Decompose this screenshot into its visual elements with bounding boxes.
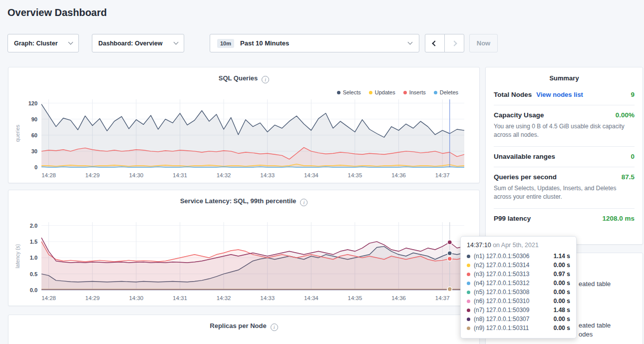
chevron-right-icon (451, 40, 457, 46)
tooltip-timestamp: 14:37:10 on Apr 5th, 2021 (467, 242, 570, 249)
svg-text:14:32: 14:32 (217, 172, 231, 178)
sql-queries-title: SQL Queriesi (8, 67, 479, 83)
tooltip-row: (n1) 127.0.0.1:503061.14 s (467, 252, 570, 261)
dashboard-dropdown[interactable]: Dashboard: Overview (92, 34, 184, 52)
svg-text:14:29: 14:29 (85, 172, 100, 178)
p99-latency-value: 1208.0 ms (602, 215, 635, 222)
svg-text:0: 0 (34, 164, 37, 170)
svg-text:14:30: 14:30 (129, 295, 143, 301)
node-color-dot-icon (467, 327, 470, 330)
tooltip-node-value: 0.00 s (554, 325, 570, 332)
event-text-fragment: odes (579, 331, 593, 338)
svg-text:14:37: 14:37 (435, 295, 450, 301)
info-icon[interactable]: i (262, 76, 269, 83)
summary-capacity-usage: Capacity Usage 0.00% You are using 0 B o… (494, 105, 635, 147)
replicas-per-node-title: Replicas per Nodei (8, 315, 479, 331)
event-text-fragment: eated table (579, 322, 611, 329)
svg-text:14:35: 14:35 (348, 172, 362, 178)
node-color-dot-icon (467, 309, 470, 312)
service-latency-chart[interactable]: 0.00.51.01.52.014:2814:2914:3014:3114:32… (12, 217, 476, 303)
tooltip-row: (n3) 127.0.0.1:503130.97 s (467, 270, 570, 279)
tooltip-node-value: 0.00 s (554, 316, 570, 323)
capacity-usage-value: 0.00% (616, 111, 635, 119)
svg-text:30: 30 (31, 148, 37, 154)
time-next-button[interactable] (444, 34, 464, 52)
sql-queries-chart[interactable]: 030609012014:2814:2914:3014:3114:3214:33… (12, 94, 476, 180)
summary-p99-latency: P99 latency 1208.0 ms (494, 209, 635, 229)
tooltip-node-label: (n7) 127.0.0.1:50309 (474, 307, 529, 314)
tooltip-row: (n7) 127.0.0.1:503091.48 s (467, 306, 570, 315)
service-latency-panel: Service Latency: SQL, 99th percentilei 0… (8, 190, 480, 306)
p99-latency-label: P99 latency (494, 215, 531, 222)
svg-text:14:31: 14:31 (173, 295, 187, 301)
tooltip-node-label: (n8) 127.0.0.1:50307 (474, 316, 529, 323)
node-color-dot-icon (467, 273, 470, 276)
legend-dot-icon (369, 91, 372, 94)
qps-description: Sum of Selects, Updates, Inserts, and De… (494, 184, 635, 202)
node-color-dot-icon (467, 264, 470, 267)
graph-dropdown[interactable]: Graph: Cluster (7, 34, 79, 52)
svg-text:0.0: 0.0 (30, 287, 37, 293)
tooltip-node-label: (n9) 127.0.0.1:50311 (474, 325, 529, 332)
node-color-dot-icon (467, 300, 470, 303)
svg-text:2.0: 2.0 (30, 223, 37, 229)
svg-text:14:29: 14:29 (85, 295, 100, 301)
summary-title: Summary (494, 67, 635, 85)
tooltip-node-value: 0.00 s (554, 289, 570, 296)
time-prev-button[interactable] (425, 34, 445, 52)
svg-text:14:37: 14:37 (435, 172, 450, 178)
service-latency-title: Service Latency: SQL, 99th percentilei (8, 190, 479, 206)
svg-text:14:28: 14:28 (41, 295, 56, 301)
legend-dot-icon (403, 91, 407, 94)
svg-text:14:28: 14:28 (41, 172, 56, 178)
svg-text:14:36: 14:36 (391, 172, 406, 178)
dashboard-dropdown-label: Dashboard: Overview (98, 40, 163, 47)
chevron-down-icon (408, 40, 413, 45)
summary-total-nodes: Total Nodes View nodes list 9 (494, 85, 635, 105)
svg-text:14:36: 14:36 (391, 295, 406, 301)
svg-text:90: 90 (31, 116, 37, 122)
chevron-down-icon (68, 40, 73, 45)
tooltip-node-label: (n5) 127.0.0.1:50308 (474, 289, 529, 296)
tooltip-node-value: 1.48 s (554, 307, 570, 314)
info-icon[interactable]: i (300, 199, 308, 206)
tooltip-node-value: 0.00 s (554, 298, 570, 305)
replicas-per-node-panel: Replicas per Nodei (8, 315, 480, 344)
chart-hover-tooltip: 14:37:10 on Apr 5th, 2021 (n1) 127.0.0.1… (460, 236, 577, 339)
svg-text:14:30: 14:30 (129, 172, 143, 178)
event-text-fragment: eated table (579, 280, 611, 288)
time-range-selector[interactable]: 10m Past 10 Minutes (210, 34, 419, 52)
view-nodes-list-link[interactable]: View nodes list (536, 91, 583, 98)
chart-title-text: Replicas per Node (210, 322, 266, 330)
capacity-usage-label: Capacity Usage (494, 111, 544, 119)
summary-panel: Summary Total Nodes View nodes list 9 Ca… (485, 67, 643, 245)
svg-text:1.5: 1.5 (30, 239, 37, 245)
overview-dashboard-page: Overview Dashboard Graph: Cluster Dashbo… (0, 0, 644, 344)
svg-text:14:32: 14:32 (217, 295, 231, 301)
tooltip-row: (n4) 127.0.0.1:503120.00 s (467, 279, 570, 288)
svg-text:14:33: 14:33 (260, 295, 275, 301)
page-title: Overview Dashboard (7, 7, 107, 18)
svg-text:0.5: 0.5 (30, 271, 37, 277)
now-button-label: Now (477, 39, 490, 47)
svg-text:14:33: 14:33 (260, 172, 275, 178)
unavailable-ranges-label: Unavailable ranges (494, 153, 555, 160)
capacity-usage-description: You are using 0 B of 4.5 GiB usable disk… (494, 122, 635, 140)
tooltip-node-value: 0.00 s (554, 280, 570, 287)
svg-text:14:35: 14:35 (348, 295, 362, 301)
tooltip-node-value: 1.14 s (554, 253, 570, 260)
qps-value: 87.5 (622, 173, 635, 181)
tooltip-node-label: (n6) 127.0.0.1:50310 (474, 298, 529, 305)
tooltip-node-label: (n1) 127.0.0.1:50306 (474, 253, 529, 260)
node-color-dot-icon (467, 318, 470, 321)
tooltip-date: on Apr 5th, 2021 (491, 242, 539, 249)
legend-dot-icon (337, 91, 340, 94)
tooltip-node-value: 0.97 s (554, 271, 570, 278)
tooltip-node-label: (n3) 127.0.0.1:50313 (474, 271, 529, 278)
now-button[interactable]: Now (469, 34, 498, 52)
node-color-dot-icon (467, 291, 470, 294)
node-color-dot-icon (467, 255, 470, 258)
chevron-left-icon (432, 40, 437, 46)
info-icon[interactable]: i (271, 324, 278, 331)
tooltip-rows: (n1) 127.0.0.1:503061.14 s(n2) 127.0.0.1… (467, 252, 570, 333)
